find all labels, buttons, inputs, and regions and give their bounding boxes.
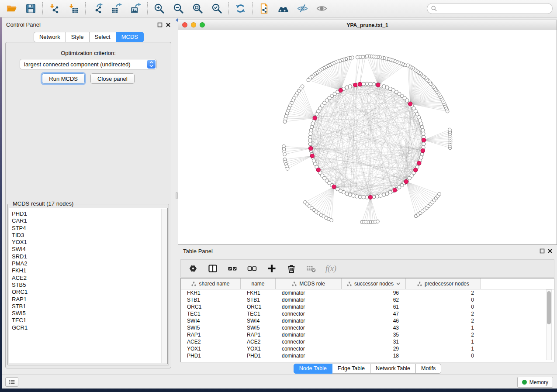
graph-node[interactable] bbox=[372, 83, 376, 86]
zoom-selected-button[interactable] bbox=[211, 3, 223, 14]
graph-node-mcds[interactable] bbox=[358, 82, 362, 86]
import-table-button[interactable] bbox=[68, 3, 80, 14]
graph-node-mcds[interactable] bbox=[368, 195, 372, 199]
graph-node-mcds[interactable] bbox=[309, 146, 313, 150]
graph-node[interactable] bbox=[308, 135, 312, 139]
table-row[interactable]: TEC1TEC1connector472 bbox=[181, 310, 554, 317]
mcds-result-item[interactable]: CAR1 bbox=[12, 217, 167, 224]
search-network-button[interactable] bbox=[277, 3, 289, 14]
tab-network-table[interactable]: Network Table bbox=[370, 364, 416, 374]
memory-button[interactable]: Memory bbox=[517, 377, 553, 388]
show-graphics-button[interactable] bbox=[316, 3, 328, 14]
graph-node-mcds[interactable] bbox=[332, 185, 336, 189]
mcds-result-item[interactable]: ORC1 bbox=[12, 289, 167, 296]
graph-node[interactable] bbox=[420, 125, 424, 129]
graph-node-mcds[interactable] bbox=[414, 168, 418, 172]
tab-motifs[interactable]: Motifs bbox=[416, 364, 441, 374]
table-row[interactable]: STB1STB1dominator620 bbox=[181, 296, 554, 303]
graph-node-mcds[interactable] bbox=[313, 116, 317, 120]
mcds-result-item[interactable]: YOX1 bbox=[12, 239, 167, 246]
criterion-select[interactable]: largest connected component (undirected) bbox=[20, 59, 157, 69]
graph-node[interactable] bbox=[283, 153, 287, 156]
graph-node[interactable] bbox=[358, 195, 362, 199]
graph-node[interactable] bbox=[422, 132, 425, 135]
graph-node[interactable] bbox=[361, 55, 365, 58]
export-image-button[interactable] bbox=[130, 3, 142, 14]
mcds-result-list[interactable]: PHD1CAR1STP4TID3YOX1SWI4SRD1PMA2FKH1ACE2… bbox=[9, 208, 168, 364]
graph-node[interactable] bbox=[419, 122, 423, 125]
graph-node-mcds[interactable] bbox=[417, 161, 421, 165]
graph-node[interactable] bbox=[365, 55, 369, 58]
graph-node-mcds[interactable] bbox=[404, 179, 408, 183]
mcds-result-item[interactable]: PHD1 bbox=[12, 210, 167, 217]
zoom-fit-button[interactable] bbox=[192, 3, 204, 14]
mcds-result-item[interactable]: SRD1 bbox=[12, 253, 167, 260]
graph-node[interactable] bbox=[362, 196, 365, 199]
select-all-button[interactable] bbox=[227, 263, 238, 274]
import-network-button[interactable] bbox=[48, 3, 60, 14]
window-zoom-icon[interactable] bbox=[200, 22, 205, 28]
graph-node[interactable] bbox=[348, 193, 352, 196]
zoom-in-button[interactable] bbox=[153, 3, 165, 14]
table-row[interactable]: FKH1FKH1dominator962 bbox=[181, 289, 554, 296]
table-row[interactable]: PHD1PHD1dominator180 bbox=[181, 352, 554, 359]
network-from-document-button[interactable] bbox=[258, 3, 270, 14]
delete-columns-button[interactable] bbox=[286, 263, 297, 274]
graph-node[interactable] bbox=[376, 220, 380, 224]
tab-node-table[interactable]: Node Table bbox=[294, 364, 332, 374]
run-mcds-button[interactable]: Run MCDS bbox=[42, 73, 85, 84]
network-graph[interactable] bbox=[178, 30, 557, 244]
graph-node[interactable] bbox=[355, 195, 359, 198]
graph-node[interactable] bbox=[309, 129, 313, 132]
column-header-name[interactable]: name bbox=[241, 279, 276, 289]
network-window-titlebar[interactable]: YPA_prune.txt_1 bbox=[178, 20, 557, 31]
mcds-result-item[interactable]: TEC1 bbox=[12, 317, 167, 324]
graph-node[interactable] bbox=[369, 82, 372, 86]
mcds-result-item[interactable]: SWI5 bbox=[12, 310, 167, 317]
tab-edge-table[interactable]: Edge Table bbox=[332, 364, 370, 374]
table-panel-close-button[interactable] bbox=[547, 248, 553, 254]
mcds-result-item[interactable]: STP4 bbox=[12, 225, 167, 232]
graph-node[interactable] bbox=[283, 120, 287, 124]
table-panel-float-button[interactable] bbox=[540, 248, 545, 254]
search-input[interactable] bbox=[439, 4, 552, 14]
control-panel-float-button[interactable] bbox=[157, 22, 163, 28]
hide-graphics-button[interactable] bbox=[297, 3, 308, 14]
graph-node-mcds[interactable] bbox=[310, 154, 314, 158]
graph-node[interactable] bbox=[406, 64, 410, 67]
graph-node[interactable] bbox=[286, 167, 289, 171]
refresh-view-button[interactable] bbox=[235, 3, 246, 14]
table-row[interactable]: SWI4SWI4dominator462 bbox=[181, 317, 554, 324]
graph-node[interactable] bbox=[348, 85, 352, 88]
graph-node-mcds[interactable] bbox=[393, 188, 397, 192]
tab-mcds[interactable]: MCDS bbox=[116, 32, 144, 42]
graph-node[interactable] bbox=[345, 192, 349, 196]
mcds-result-item[interactable]: FKH1 bbox=[12, 267, 167, 274]
table-row[interactable]: SWI5SWI5connector431 bbox=[181, 324, 554, 331]
export-table-button[interactable] bbox=[111, 3, 122, 14]
graph-node[interactable] bbox=[385, 86, 389, 89]
export-network-button[interactable] bbox=[91, 3, 103, 14]
panel-list-button[interactable] bbox=[5, 377, 18, 387]
column-header-shared-name[interactable]: shared name bbox=[181, 279, 241, 289]
graph-node-mcds[interactable] bbox=[353, 83, 357, 87]
window-close-icon[interactable] bbox=[182, 22, 187, 28]
close-panel-button[interactable]: Close panel bbox=[90, 73, 135, 84]
table-row[interactable]: ORC1ORC1dominator610 bbox=[181, 303, 554, 310]
table-row[interactable]: RAP1RAP1dominator352 bbox=[181, 331, 554, 338]
mcds-result-scrollbar[interactable] bbox=[161, 209, 167, 363]
unselect-all-button[interactable] bbox=[247, 263, 257, 274]
graph-node[interactable] bbox=[382, 85, 386, 88]
graph-node[interactable] bbox=[352, 194, 355, 197]
graph-node-mcds[interactable] bbox=[339, 88, 343, 92]
mcds-result-item[interactable]: ACE2 bbox=[12, 275, 167, 282]
zoom-out-button[interactable] bbox=[173, 3, 184, 14]
graph-node[interactable] bbox=[330, 219, 333, 222]
mcds-result-item[interactable]: STB5 bbox=[12, 282, 167, 289]
graph-node[interactable] bbox=[365, 82, 369, 86]
tab-network[interactable]: Network bbox=[34, 32, 66, 42]
mcds-result-item[interactable]: PMA2 bbox=[12, 260, 167, 267]
show-column-panel-button[interactable] bbox=[208, 263, 218, 274]
tab-style[interactable]: Style bbox=[66, 32, 90, 42]
graph-node[interactable] bbox=[379, 194, 382, 197]
